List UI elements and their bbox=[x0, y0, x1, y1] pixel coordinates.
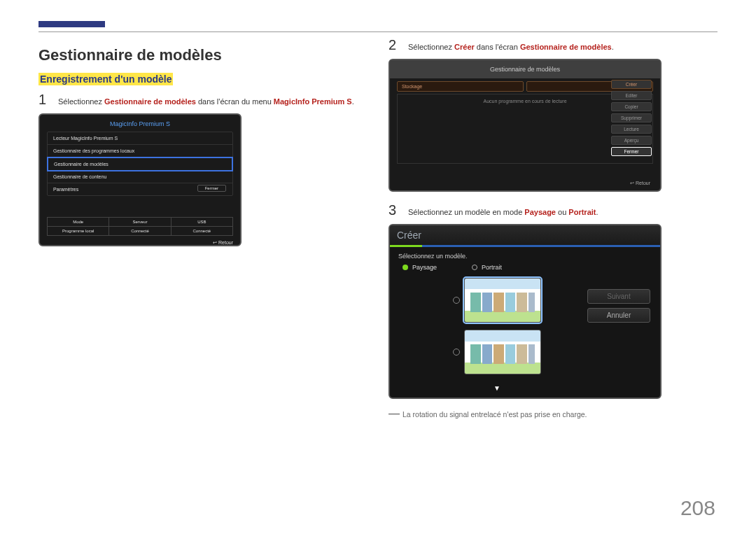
menu-item[interactable]: Lecteur MagicInfo Premium S bbox=[48, 132, 232, 145]
dash-icon: ― bbox=[388, 407, 400, 419]
radio-selected-icon bbox=[402, 265, 408, 270]
dialog-title: Créer bbox=[397, 230, 421, 241]
radio-unselected-icon bbox=[472, 265, 477, 270]
radio-portrait[interactable]: Portrait bbox=[472, 264, 502, 271]
orientation-radios: Paysage Portrait bbox=[390, 261, 660, 274]
menu-title: MagicInfo Premium S bbox=[47, 120, 233, 127]
step-3: 3 Sélectionnez un modèle en mode Paysage… bbox=[388, 203, 718, 217]
next-button[interactable]: Suivant bbox=[587, 289, 650, 304]
status-grid-values: Programme local Connecté Connecté bbox=[47, 227, 233, 236]
scroll-down-icon[interactable]: ▼ bbox=[493, 384, 500, 392]
cancel-button[interactable]: Annuler bbox=[587, 308, 650, 323]
return-hint-2: ↩ Retour bbox=[630, 181, 650, 186]
progress-line bbox=[422, 245, 660, 247]
radio-paysage[interactable]: Paysage bbox=[402, 264, 437, 271]
menu-item-selected[interactable]: Gestionnaire de modèles bbox=[47, 157, 233, 171]
return-hint: ↩ Retour bbox=[47, 240, 233, 246]
template-thumbnail-1[interactable] bbox=[464, 278, 541, 323]
tab-storage[interactable]: Stockage bbox=[397, 81, 524, 92]
edit-button[interactable]: Editer bbox=[611, 91, 652, 100]
template-thumbnail-2[interactable] bbox=[464, 330, 541, 374]
dialog-subtitle: Sélectionnez un modèle. bbox=[390, 247, 660, 261]
thumb-radio-icon[interactable] bbox=[453, 297, 460, 304]
step-2: 2 Sélectionnez Créer dans l'écran Gestio… bbox=[388, 38, 718, 52]
close-button[interactable]: Fermer bbox=[197, 185, 226, 192]
page-subtitle: Enregistrement d'un modèle bbox=[38, 73, 173, 85]
left-column: Gestionnaire de modèles Enregistrement d… bbox=[38, 38, 368, 420]
step-1: 1 Sélectionnez Gestionnaire de modèles d… bbox=[38, 92, 368, 106]
thumb-radio-icon[interactable] bbox=[453, 349, 460, 356]
copy-button[interactable]: Copier bbox=[611, 102, 652, 111]
overlay-title: Gestionnaire de modèles bbox=[390, 60, 660, 78]
screenshot-create-dialog: Créer Sélectionnez un modèle. Paysage Po… bbox=[388, 224, 662, 399]
dialog-titlebar: Créer bbox=[390, 225, 660, 247]
footnote: ―La rotation du signal entrelacé n'est p… bbox=[388, 407, 718, 420]
close-button-2[interactable]: Fermer bbox=[611, 147, 652, 156]
menu-item[interactable]: Gestionnaire des programmes locaux bbox=[48, 145, 232, 157]
status-grid-header: Mode Serveur USB bbox=[47, 217, 233, 227]
delete-button[interactable]: Supprimer bbox=[611, 113, 652, 122]
preview-button[interactable]: Aperçu bbox=[611, 136, 652, 145]
step-1-number: 1 bbox=[38, 92, 50, 106]
screenshot-menu: MagicInfo Premium S Lecteur MagicInfo Pr… bbox=[38, 113, 241, 246]
accent-block bbox=[38, 21, 105, 27]
step-2-text: Sélectionnez Créer dans l'écran Gestionn… bbox=[408, 43, 614, 51]
menu-item[interactable]: Gestionnaire de contenu bbox=[48, 171, 232, 183]
screenshot-template-manager: Gestionnaire de modèles Stockage Mémoire… bbox=[388, 59, 662, 192]
side-actions: Créer Editer Copier Supprimer Lecture Ap… bbox=[611, 80, 652, 156]
step-2-number: 2 bbox=[388, 38, 400, 52]
play-button[interactable]: Lecture bbox=[611, 125, 652, 134]
document-page: Gestionnaire de modèles Enregistrement d… bbox=[0, 0, 756, 420]
step-1-text: Sélectionnez Gestionnaire de modèles dan… bbox=[58, 97, 354, 106]
page-title: Gestionnaire de modèles bbox=[38, 46, 368, 64]
step-3-number: 3 bbox=[388, 203, 400, 217]
create-button[interactable]: Créer bbox=[611, 80, 652, 89]
header-rule bbox=[38, 21, 718, 32]
template-thumbnails: ▼ bbox=[414, 278, 580, 392]
step-3-text: Sélectionnez un modèle en mode Paysage o… bbox=[408, 208, 598, 216]
page-number: 208 bbox=[680, 496, 715, 520]
right-column: 2 Sélectionnez Créer dans l'écran Gestio… bbox=[388, 38, 718, 420]
